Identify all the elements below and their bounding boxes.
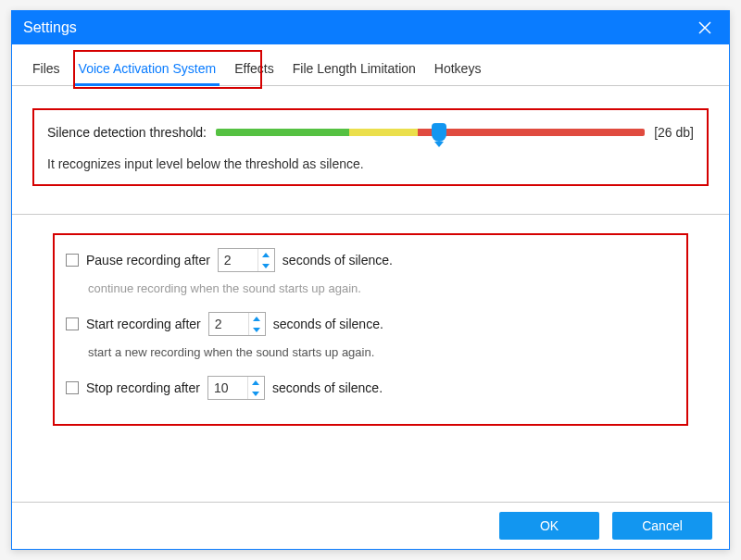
start-prefix-label: Start recording after — [86, 317, 201, 331]
stop-option-row: Stop recording after 10 seconds of silen… — [66, 376, 675, 400]
chevron-up-icon — [262, 253, 270, 257]
cancel-button[interactable]: Cancel — [612, 512, 712, 540]
spinner-down-button[interactable] — [248, 388, 264, 399]
threshold-label: Silence detection threshold: — [47, 125, 207, 140]
pause-prefix-label: Pause recording after — [86, 253, 210, 268]
stop-seconds-value: 10 — [208, 380, 247, 395]
close-icon — [698, 21, 711, 34]
spinner-arrows — [248, 313, 265, 335]
spinner-up-button[interactable] — [258, 249, 274, 260]
spinner-down-button[interactable] — [258, 260, 274, 271]
tab-hotkeys[interactable]: Hotkeys — [431, 56, 485, 85]
stop-seconds-spinner[interactable]: 10 — [207, 376, 265, 400]
pause-seconds-spinner[interactable]: 2 — [218, 248, 275, 272]
chevron-up-icon — [253, 317, 260, 321]
pause-seconds-value: 2 — [219, 253, 257, 268]
tab-files[interactable]: Files — [29, 56, 64, 85]
start-suffix-label: seconds of silence. — [273, 317, 383, 331]
tab-bar: Files Voice Activation System Effects Fi… — [12, 44, 729, 86]
spinner-arrows — [247, 377, 264, 399]
divider — [12, 214, 729, 215]
pause-description: continue recording when the sound starts… — [88, 281, 675, 295]
threshold-section: Silence detection threshold: [26 db] It … — [32, 108, 709, 186]
spinner-down-button[interactable] — [249, 324, 265, 335]
stop-prefix-label: Stop recording after — [86, 380, 200, 395]
close-button[interactable] — [692, 15, 718, 41]
chevron-down-icon — [252, 392, 259, 396]
window-title: Settings — [23, 19, 77, 36]
threshold-value: [26 db] — [654, 125, 694, 140]
chevron-up-icon — [252, 380, 259, 385]
tab-effects[interactable]: Effects — [231, 56, 278, 85]
tab-file-length-limitation[interactable]: File Length Limitation — [289, 56, 420, 85]
stop-checkbox[interactable] — [66, 381, 79, 394]
dialog-footer: OK Cancel — [12, 502, 729, 549]
start-option-row: Start recording after 2 seconds of silen… — [66, 312, 675, 336]
dialog-content: Files Voice Activation System Effects Fi… — [12, 44, 729, 549]
settings-dialog: Settings Files Voice Activation System E… — [11, 10, 730, 550]
tab-voice-activation[interactable]: Voice Activation System — [75, 56, 220, 85]
ok-button[interactable]: OK — [499, 512, 599, 540]
chevron-down-icon — [253, 328, 260, 332]
chevron-down-icon — [262, 264, 270, 268]
start-description: start a new recording when the sound sta… — [88, 345, 675, 359]
pause-suffix-label: seconds of silence. — [283, 253, 393, 268]
pause-checkbox[interactable] — [66, 254, 79, 267]
spinner-up-button[interactable] — [249, 313, 265, 324]
titlebar: Settings — [12, 11, 729, 44]
spinner-arrows — [257, 249, 274, 271]
threshold-slider[interactable] — [216, 129, 645, 136]
pause-option-row: Pause recording after 2 seconds of silen… — [66, 248, 675, 272]
threshold-description: It recognizes input level below the thre… — [47, 156, 694, 171]
slider-thumb[interactable] — [432, 123, 446, 142]
spinner-up-button[interactable] — [248, 377, 264, 388]
options-section: Pause recording after 2 seconds of silen… — [53, 233, 688, 426]
start-seconds-spinner[interactable]: 2 — [208, 312, 266, 336]
annotation-highlight — [32, 108, 709, 186]
threshold-row: Silence detection threshold: [26 db] — [47, 125, 694, 140]
start-checkbox[interactable] — [66, 317, 79, 330]
stop-suffix-label: seconds of silence. — [272, 380, 383, 395]
start-seconds-value: 2 — [209, 317, 248, 331]
